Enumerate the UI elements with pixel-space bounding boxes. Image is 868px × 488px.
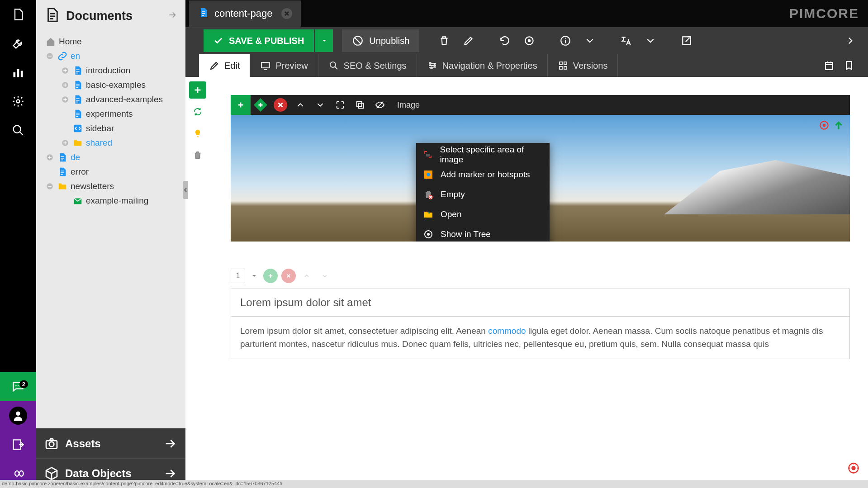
info-button[interactable] [554,29,577,52]
more-tools-button[interactable] [839,29,862,52]
tree-item-newsletters[interactable]: newsletters [40,179,182,194]
tab-preview[interactable]: Preview [250,54,318,77]
nav-chat-icon[interactable]: 2 [0,372,36,401]
image-block[interactable]: Select specific area of image Add marker… [231,115,850,242]
svg-rect-1 [17,69,19,77]
reload-button[interactable] [493,29,516,52]
collapse-icon[interactable] [45,52,54,61]
tree-item-experiments[interactable]: experiments [40,107,182,121]
nav-user-icon[interactable] [0,401,36,430]
expand-icon[interactable] [45,153,54,162]
slot-dropdown[interactable] [249,269,260,283]
chat-badge: 2 [19,380,28,388]
menu-label: Empty [441,190,465,199]
nav-wrench-icon[interactable] [0,29,36,58]
svg-point-42 [565,38,566,39]
block-move-down-button[interactable] [310,95,330,115]
targeting-badge-icon[interactable] [847,462,860,474]
dropdown-button[interactable] [639,29,662,52]
dropdown-button[interactable] [579,29,601,52]
text-block: Lorem ipsum dolor sit amet Lorem ipsum d… [231,289,850,359]
tab-seo[interactable]: SEO & Settings [318,54,417,77]
slot-number[interactable]: 1 [231,269,245,283]
tree-item-example-mailing[interactable]: example-mailing [40,194,182,208]
tree-item-introduction[interactable]: introduction [40,63,182,78]
menu-select-area[interactable]: Select specific area of image [416,145,550,165]
refresh-block-button[interactable] [189,103,206,120]
nav-file-icon[interactable] [0,0,36,29]
tree-item-en[interactable]: en [40,49,182,63]
add-block-button[interactable] [189,81,206,99]
image-context-menu: Select specific area of image Add marker… [416,143,550,242]
block-add-above-button[interactable] [254,98,267,112]
svg-rect-15 [48,56,52,57]
tree-item-error[interactable]: error [40,165,182,179]
tree-item-home[interactable]: Home [40,34,182,49]
expand-icon[interactable] [61,66,70,75]
target-button[interactable] [518,29,541,52]
save-publish-button[interactable]: SAVE & PUBLISH [204,29,314,52]
tab-label: Edit [224,61,240,71]
svg-rect-2 [21,71,23,77]
upload-arrow-icon[interactable] [833,119,844,133]
nav-stats-icon[interactable] [0,58,36,87]
unpublish-button[interactable]: Unpublish [342,29,419,52]
svg-point-9 [16,412,20,416]
text-block-title[interactable]: Lorem ipsum dolor sit amet [231,289,849,317]
menu-empty[interactable]: Empty [416,185,550,204]
menu-open[interactable]: Open [416,204,550,224]
page-icon [198,7,209,20]
block-expand-button[interactable] [330,95,350,115]
trash-button[interactable] [189,147,206,164]
expand-icon[interactable] [61,95,70,104]
tree-item-basic-examples[interactable]: basic-examples [40,78,182,92]
tree-item-shared[interactable]: shared [40,136,182,150]
block-add-button[interactable] [231,95,251,115]
tab-edit[interactable]: Edit [199,54,250,77]
document-tab[interactable]: content-page [189,0,301,27]
svg-line-37 [355,38,361,44]
tree-item-advanced-examples[interactable]: advanced-examples [40,92,182,107]
assets-panel-header[interactable]: Assets [36,428,185,458]
block-delete-button[interactable] [274,98,287,112]
slot-up-button[interactable] [299,269,314,283]
nav-exit-icon[interactable] [0,430,36,459]
block-visibility-button[interactable] [370,95,390,115]
slot-add-button[interactable] [263,269,278,283]
block-copy-button[interactable] [350,95,370,115]
delete-button[interactable] [433,29,455,52]
nav-gear-icon[interactable] [0,87,36,116]
body-link[interactable]: commodo [488,326,526,336]
tab-close-icon[interactable] [281,8,292,19]
panel-collapse-handle[interactable] [183,181,188,199]
tree-label: experiments [86,109,133,119]
svg-rect-33 [48,186,52,187]
menu-add-marker[interactable]: Add marker or hotspots [416,165,550,185]
save-dropdown-button[interactable] [315,29,333,52]
svg-rect-57 [564,66,567,69]
schedule-button[interactable] [819,54,839,77]
translate-button[interactable] [615,29,637,52]
rename-button[interactable] [457,29,480,52]
page-icon [57,152,68,163]
slot-down-button[interactable] [318,269,332,283]
tree-item-sidebar[interactable]: sidebar [40,121,182,136]
tab-versions[interactable]: Versions [548,54,618,77]
expand-icon[interactable] [61,138,70,147]
tab-navigation[interactable]: Navigation & Properties [417,54,548,77]
arrow-right-icon [163,466,177,481]
tips-button[interactable] [189,125,206,142]
slot-remove-button[interactable] [281,269,296,283]
collapse-arrow-icon[interactable] [167,10,177,22]
block-move-up-button[interactable] [290,95,310,115]
target-icon [422,228,434,240]
menu-show-tree[interactable]: Show in Tree [416,224,550,242]
collapse-icon[interactable] [45,182,54,191]
text-block-body[interactable]: Lorem ipsum dolor sit amet, consectetuer… [231,317,849,359]
nav-search-icon[interactable] [0,116,36,145]
tree-item-de[interactable]: de [40,150,182,165]
bookmark-button[interactable] [839,54,859,77]
focal-point-icon[interactable] [818,119,830,133]
expand-icon[interactable] [61,81,70,90]
open-external-button[interactable] [675,29,698,52]
